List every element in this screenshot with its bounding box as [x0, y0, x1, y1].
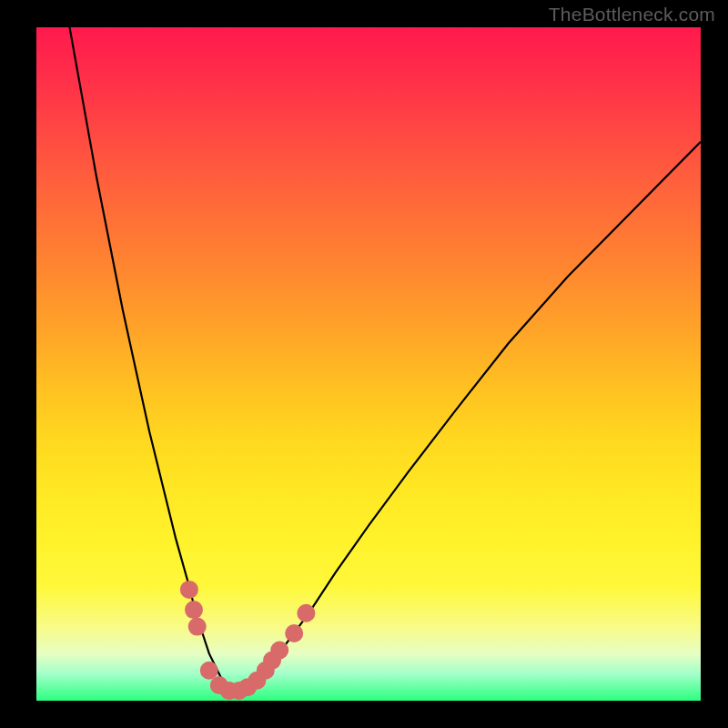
curve-marker: [270, 642, 288, 660]
curve-marker: [285, 624, 303, 642]
curve-marker: [297, 604, 315, 622]
curve-markers: [36, 27, 701, 701]
watermark-text: TheBottleneck.com: [549, 4, 715, 25]
curve-marker: [200, 662, 218, 680]
curve-marker: [185, 601, 203, 619]
curve-marker: [188, 618, 207, 636]
curve-marker: [180, 581, 198, 599]
